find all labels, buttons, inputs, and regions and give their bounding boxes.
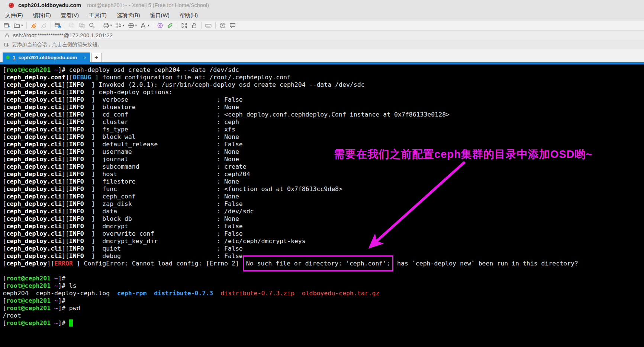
terminal-line: [ceph_deploy.cli][INFO ] block_wal : Non… — [3, 133, 644, 141]
terminal-line: [root@ceph201 ~]# ceph-deploy osd create… — [3, 66, 644, 74]
toolbar-separator — [65, 22, 65, 29]
toolbar-separator — [99, 22, 99, 29]
terminal-line: [ceph_deploy.cli][INFO ] quiet : False — [3, 245, 644, 252]
terminal-line: [ceph_deploy.cli][INFO ] zap_disk : Fals… — [3, 200, 644, 208]
window-title-text: root@ceph201:~ - Xshell 5 (Free for Home… — [87, 2, 209, 8]
toolbar-separator — [26, 22, 27, 29]
terminal-line: [ceph_deploy.cli][INFO ] cd_conf : <ceph… — [3, 111, 644, 118]
tab-label: ceph201.oldboyedu.com — [19, 55, 77, 60]
keyboard-button[interactable] — [204, 21, 213, 30]
terminal-line: [root@ceph201 ~]# pwd — [3, 305, 644, 312]
feedback-button[interactable] — [228, 21, 237, 30]
terminal-line: [ceph_deploy.conf][DEBUG ] found configu… — [3, 74, 644, 81]
toolbar-separator — [153, 22, 153, 29]
duplicate-button[interactable] — [67, 21, 77, 30]
terminal-line: [ceph_deploy.cli][INFO ] data : /dev/sdc — [3, 208, 644, 215]
printer-icon — [103, 22, 110, 29]
session-properties-button[interactable] — [53, 21, 62, 30]
terminal-cursor — [69, 319, 73, 327]
copy-button[interactable] — [77, 21, 87, 30]
swirl-button[interactable] — [155, 21, 165, 30]
tab-index: 1 — [13, 55, 16, 60]
terminal-area[interactable]: [root@ceph201 ~]# ceph-deploy osd create… — [0, 64, 644, 347]
properties-gear-icon — [54, 22, 61, 29]
find-button[interactable] — [87, 21, 97, 30]
disconnect-plug-icon — [40, 22, 47, 29]
fullscreen-icon — [181, 22, 188, 29]
toolbar-separator — [177, 22, 177, 29]
keyboard-icon — [205, 22, 212, 29]
menu-item-window[interactable]: 窗口(W) — [150, 12, 170, 19]
duplicate-pages-icon — [68, 22, 75, 29]
font-a-icon — [140, 22, 147, 29]
lock-icon — [191, 22, 198, 29]
magnifier-icon — [88, 22, 96, 29]
terminal-line: [ceph_deploy.cli][INFO ] cluster : ceph — [3, 118, 644, 126]
terminal-line: [ceph_deploy.cli][INFO ] fs_type : xfs — [3, 126, 644, 133]
new-session-icon — [3, 22, 10, 29]
font-button[interactable] — [139, 21, 151, 30]
tab-bar: 1 ceph201.oldboyedu.com × + — [0, 49, 644, 62]
title-bar: ceph201.oldboyedu.com root@ceph201:~ - X… — [0, 0, 644, 10]
terminal-line: [ceph_deploy.cli][INFO ] Invoked (2.0.1)… — [3, 81, 644, 89]
help-button[interactable] — [218, 21, 227, 30]
connected-status-dot-icon — [6, 55, 10, 59]
address-bar[interactable]: ssh://root:************@172.200.1.201:22 — [0, 31, 644, 40]
menu-item-view[interactable]: 查看(V) — [61, 12, 79, 19]
menu-item-tools[interactable]: 工具(T) — [89, 12, 107, 19]
tab-ceph201[interactable]: 1 ceph201.oldboyedu.com × — [3, 52, 90, 62]
menu-item-edit[interactable]: 编辑(E) — [33, 12, 51, 19]
window-title-session: ceph201.oldboyedu.com — [18, 2, 81, 8]
help-icon — [219, 22, 226, 29]
web-button[interactable] — [126, 21, 138, 30]
globe-icon — [128, 22, 135, 29]
print-button[interactable] — [102, 21, 113, 30]
terminal-line: [root@ceph201 ~]# — [3, 297, 644, 305]
terminal-line: [ceph_deploy.cli][INFO ] ceph-deploy opt… — [3, 89, 644, 96]
toolbar-separator — [215, 22, 216, 29]
terminal-line: /root — [3, 312, 644, 319]
copy-pages-icon — [78, 22, 86, 29]
tab-close-icon[interactable]: × — [80, 55, 87, 60]
info-bar: 要添加当前会话，点击左侧的箭头按钮。 — [0, 40, 644, 49]
layout-button[interactable] — [114, 21, 126, 30]
connect-button[interactable] — [29, 21, 38, 30]
lock-button[interactable] — [190, 21, 199, 30]
layout-icon — [115, 22, 122, 29]
menu-bar: 文件(F) 编辑(E) 查看(V) 工具(T) 选项卡(B) 窗口(W) 帮助(… — [0, 10, 644, 20]
terminal-line: [ceph_deploy.cli][INFO ] dmcrypt : False — [3, 223, 644, 230]
open-session-button[interactable] — [12, 21, 24, 30]
terminal-line: [ceph_deploy.cli][INFO ] filestore : Non… — [3, 178, 644, 185]
speech-bubble-icon — [229, 22, 236, 29]
fullscreen-button[interactable] — [180, 21, 189, 30]
terminal-line: [ceph_deploy.cli][INFO ] block_db : None — [3, 215, 644, 223]
menu-item-file[interactable]: 文件(F) — [5, 12, 23, 19]
address-url[interactable]: ssh://root:************@172.200.1.201:22 — [13, 32, 113, 38]
open-folder-icon — [13, 22, 20, 29]
info-bar-text: 要添加当前会话，点击左侧的箭头按钮。 — [12, 41, 102, 48]
terminal-line: [ceph_deploy.cli][INFO ] dmcrypt_key_dir… — [3, 238, 644, 245]
leaf-icon — [167, 22, 174, 29]
swirl-icon — [157, 22, 164, 29]
terminal-output[interactable]: [root@ceph201 ~]# ceph-deploy osd create… — [0, 64, 644, 327]
toolbar-separator — [51, 22, 51, 29]
terminal-line: [ceph_deploy.cli][INFO ] verbose : False — [3, 96, 644, 104]
disconnect-button[interactable] — [39, 21, 48, 30]
toolbar — [0, 20, 644, 31]
toolbar-separator — [201, 22, 202, 29]
terminal-line: [ceph_deploy.cli][INFO ] subcommand : cr… — [3, 163, 644, 171]
new-tab-button[interactable]: + — [91, 53, 102, 62]
terminal-line: [ceph_deploy.cli][INFO ] ceph_conf : Non… — [3, 193, 644, 200]
terminal-line: [root@ceph201 ~]# ls — [3, 282, 644, 290]
new-session-button[interactable] — [2, 21, 12, 30]
terminal-line: [ceph_deploy.cli][INFO ] overwrite_conf … — [3, 230, 644, 238]
add-session-arrow-icon — [4, 42, 9, 48]
xshell-logo-icon — [8, 2, 15, 9]
terminal-line: [ceph_deploy][ERROR ] ConfigError: Canno… — [3, 260, 644, 267]
menu-item-help[interactable]: 帮助(H) — [180, 12, 198, 19]
leaf-button[interactable] — [165, 21, 175, 30]
terminal-line: [root@ceph201 ~]# — [3, 319, 644, 327]
menu-item-tab[interactable]: 选项卡(B) — [117, 12, 140, 19]
padlock-icon — [4, 33, 10, 38]
terminal-line: [ceph_deploy.cli][INFO ] func : <functio… — [3, 185, 644, 193]
